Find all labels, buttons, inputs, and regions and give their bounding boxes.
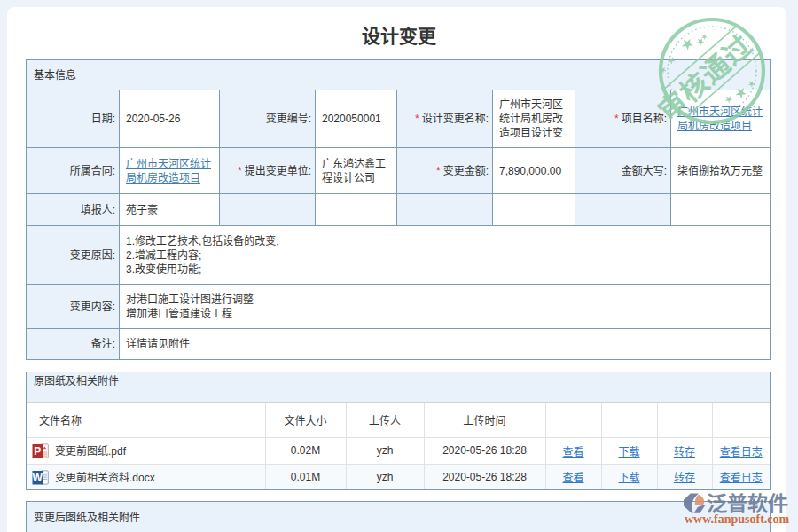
svg-text:W: W	[33, 472, 43, 484]
svg-text:www.fanpusoft.com: www.fanpusoft.com	[685, 512, 790, 526]
svg-text:P: P	[34, 445, 41, 458]
